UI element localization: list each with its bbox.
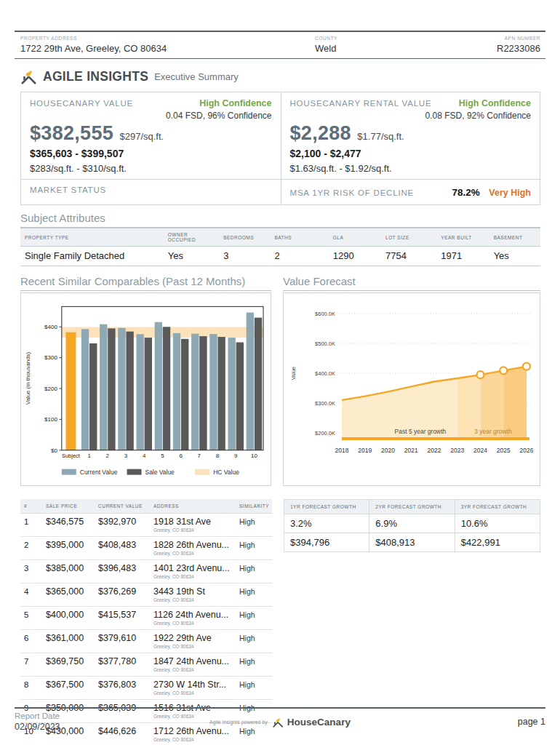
brand-header: AGILE INSIGHTS Executive Summary	[20, 68, 540, 84]
svg-text:2020: 2020	[381, 447, 395, 454]
comp-similarity: High	[236, 537, 272, 560]
comp-address-sub: Greeley, CO 80634	[153, 690, 232, 696]
property-address-label: PROPERTY ADDRESS	[20, 36, 315, 41]
comp-num: 5	[20, 607, 42, 630]
risk-label: MSA 1YR RISK OF DECLINE	[290, 188, 415, 197]
comps-table-row: 2$395,000$408,4831828 26th Avenu...Greel…	[20, 537, 272, 560]
svg-text:Current Value: Current Value	[80, 469, 118, 476]
forecast-value-1yr: $394,796	[284, 533, 369, 552]
attr-value: Single Family Detached	[20, 247, 164, 266]
value-amount: $382,555	[30, 122, 113, 144]
report-date-label: Report Date	[15, 712, 175, 720]
svg-text:Sale Value: Sale Value	[145, 469, 175, 476]
comps-table-row: 5$400,000$415,5371126 24th Avenu...Greel…	[20, 607, 272, 630]
comp-address: 1918 31st AveGreeley, CO 80634	[150, 514, 236, 537]
value-panel: HOUSECANARY VALUE High Confidence 0.04 F…	[21, 92, 281, 179]
attr-row: Single Family Detached Yes 3 2 1290 7754…	[20, 247, 540, 266]
comp-num: 3	[20, 560, 42, 583]
report-date-value: 02/09/2023	[15, 722, 175, 732]
svg-text:Past 5 year growth: Past 5 year growth	[395, 428, 447, 435]
apn-value: R2233086	[489, 43, 540, 54]
comp-address-sub: Greeley, CO 80634	[153, 597, 232, 602]
comp-sale-price: $367,500	[42, 677, 95, 700]
page-number: page 1	[385, 717, 545, 727]
attr-header: YEAR BUILT	[436, 228, 489, 247]
comp-address: 1401 23rd Avenu...Greeley, CO 80634	[150, 560, 236, 583]
svg-text:2024: 2024	[473, 447, 487, 454]
property-info-header: PROPERTY ADDRESS 1722 29th Ave, Greeley,…	[20, 32, 540, 58]
report-page: PROPERTY ADDRESS 1722 29th Ave, Greeley,…	[0, 0, 560, 745]
value-per-sqft: $297/sq.ft.	[119, 131, 164, 142]
svg-text:$500.0K: $500.0K	[315, 340, 335, 347]
svg-text:$0: $0	[51, 447, 57, 454]
comp-address: 2730 W 14th Str...Greeley, CO 80634	[150, 677, 236, 700]
comp-address: 1828 26th Avenu...Greeley, CO 80634	[150, 537, 236, 560]
comps-table-row: 8$367,500$376,8032730 W 14th Str...Greel…	[20, 677, 272, 700]
comp-current-value: $396,483	[95, 560, 150, 583]
comp-current-value: $415,537	[95, 607, 150, 630]
comps-header-address: ADDRESS	[150, 499, 236, 514]
svg-text:2019: 2019	[358, 447, 372, 454]
comp-current-value: $379,610	[95, 630, 150, 653]
comp-address-sub: Greeley, CO 80634	[153, 527, 232, 533]
svg-text:Value: Value	[290, 367, 297, 381]
attr-value: 7754	[381, 247, 436, 266]
subject-attributes-title: Subject Attributes	[20, 212, 540, 228]
attr-value: 3	[219, 247, 270, 266]
svg-text:$200.0K: $200.0K	[315, 430, 335, 437]
svg-text:1: 1	[87, 453, 91, 459]
svg-text:$400: $400	[44, 324, 57, 330]
risk-level-badge: Very High	[489, 188, 531, 198]
comp-address-sub: Greeley, CO 80634	[153, 737, 232, 742]
comparables-bar-chart: $0$100$200$300$400Subject12345678910Valu…	[20, 292, 271, 486]
forecast-value-row: $394,796 $408,913 $422,991	[284, 533, 540, 552]
county-value: Weld	[315, 43, 489, 54]
svg-text:2023: 2023	[450, 447, 464, 454]
svg-text:$400.0K: $400.0K	[315, 370, 335, 377]
comp-address: 1847 24th Avenu...Greeley, CO 80634	[150, 653, 236, 677]
property-address-value: 1722 29th Ave, Greeley, CO 80634	[20, 43, 315, 54]
attr-value: Yes	[489, 247, 540, 266]
comps-table-row: 6$361,000$379,6101922 29th AveGreeley, C…	[20, 630, 272, 653]
comp-num: 6	[20, 630, 42, 653]
svg-text:6: 6	[179, 453, 183, 459]
attr-value: 1290	[329, 247, 381, 266]
comp-similarity: High	[236, 653, 272, 677]
comp-current-value: $377,780	[95, 653, 150, 677]
comp-sale-price: $369,750	[42, 653, 95, 677]
comp-current-value: $408,483	[95, 537, 150, 560]
forecast-section-title: Value Forecast	[283, 275, 540, 291]
risk-value: 78.2%	[452, 187, 480, 198]
attr-header: BASEMENT	[489, 228, 540, 247]
attr-header: OWNER OCCUPIED	[164, 228, 219, 247]
forecast-value-2yr: $408,913	[369, 533, 455, 552]
comp-num: 8	[20, 677, 42, 700]
comp-current-value: $376,269	[95, 583, 150, 607]
rental-per-sqft: $1.77/sq.ft.	[357, 131, 404, 142]
comps-header-similarity: SIMILARITY	[236, 499, 272, 514]
attr-header: BEDROOMS	[219, 228, 270, 247]
comp-address: 1126 24th Avenu...Greeley, CO 80634	[150, 607, 236, 630]
forecast-growth-1yr: 3.2%	[284, 514, 369, 533]
attr-header: PROPERTY TYPE	[20, 228, 164, 247]
comp-similarity: High	[236, 560, 272, 583]
comp-address-sub: Greeley, CO 80634	[153, 644, 232, 649]
comp-similarity: High	[236, 677, 272, 700]
comp-num: 4	[20, 583, 42, 607]
svg-text:2025: 2025	[497, 447, 511, 454]
rental-panel: HOUSECANARY RENTAL VALUE High Confidence…	[281, 92, 540, 179]
svg-text:$300.0K: $300.0K	[315, 400, 335, 407]
forecast-growth-3yr: 10.6%	[455, 514, 540, 533]
svg-text:10: 10	[251, 453, 257, 459]
comps-table-row: 7$369,750$377,7801847 24th Avenu...Greel…	[20, 653, 272, 677]
comps-table-row: 1$346,575$392,9701918 31st AveGreeley, C…	[20, 514, 272, 537]
svg-text:5: 5	[161, 453, 164, 459]
brand-subtitle: Executive Summary	[154, 71, 239, 82]
value-forecast-chart: $200.0K$300.0K$400.0K$500.0K$600.0KPast …	[283, 292, 540, 486]
forecast-growth-2yr: 6.9%	[369, 514, 455, 533]
comps-table-row: 3$385,000$396,4831401 23rd Avenu...Greel…	[20, 560, 272, 583]
svg-text:Subject: Subject	[62, 453, 81, 459]
value-fsd-detail: 0.04 FSD, 96% Confidence	[30, 111, 272, 121]
comp-sale-price: $400,000	[42, 607, 95, 630]
value-range: $365,603 - $399,507	[30, 148, 272, 159]
